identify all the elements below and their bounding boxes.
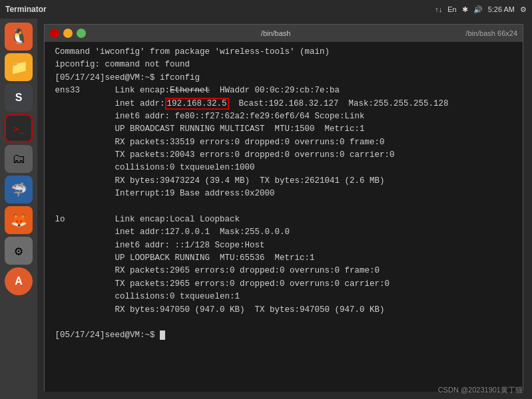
terminal-titlebar-label: /bin/bash xyxy=(90,29,461,37)
close-button[interactable] xyxy=(50,29,59,38)
sidebar-icon-software[interactable]: A xyxy=(5,267,33,295)
terminal-size-label: /bin/bash 66x24 xyxy=(465,29,517,37)
terminal-content[interactable]: Command 'iwconfig' from package 'wireles… xyxy=(45,42,523,392)
network-icon: ↑↓ xyxy=(435,5,442,13)
keyboard-layout: En xyxy=(447,5,456,13)
settings-icon[interactable]: ⚙ xyxy=(520,5,527,14)
sidebar-icon-settings[interactable]: ⚙ xyxy=(5,237,33,265)
sidebar-icon-terminal[interactable]: >_ xyxy=(5,114,33,142)
maximize-button[interactable] xyxy=(77,29,86,38)
main-area: /bin/bash /bin/bash 66x24 Command 'iwcon… xyxy=(37,19,532,399)
terminal-titlebar: /bin/bash /bin/bash 66x24 xyxy=(45,25,523,42)
terminal-window: /bin/bash /bin/bash 66x24 Command 'iwcon… xyxy=(44,24,523,391)
taskbar-left: Terminator xyxy=(5,5,47,14)
bluetooth-icon: ✱ xyxy=(462,5,468,14)
taskbar-right: ↑↓ En ✱ 🔊 5:26 AM ⚙ xyxy=(435,5,527,14)
taskbar: Terminator ↑↓ En ✱ 🔊 5:26 AM ⚙ xyxy=(0,0,532,19)
minimize-button[interactable] xyxy=(63,29,73,38)
sidebar: 🐧 📁 S >_ 🗂 🦈 🦊 ⚙ A xyxy=(0,19,37,399)
sidebar-icon-wireshark[interactable]: 🦈 xyxy=(5,176,33,203)
sidebar-icon-sublime[interactable]: S xyxy=(5,84,33,112)
sidebar-icon-ubuntu[interactable]: 🐧 xyxy=(5,23,33,51)
volume-icon: 🔊 xyxy=(473,5,483,14)
line-iwconfig: Command 'iwconfig' from package 'wireles… xyxy=(50,47,449,340)
sidebar-icon-files[interactable]: 📁 xyxy=(5,53,33,81)
taskbar-title: Terminator xyxy=(5,5,47,14)
clock: 5:26 AM xyxy=(488,5,515,13)
watermark: CSDN @20231901黄丁猫 xyxy=(438,385,523,395)
sidebar-icon-nautilus[interactable]: 🗂 xyxy=(5,145,33,173)
sidebar-icon-firefox[interactable]: 🦊 xyxy=(5,206,33,234)
